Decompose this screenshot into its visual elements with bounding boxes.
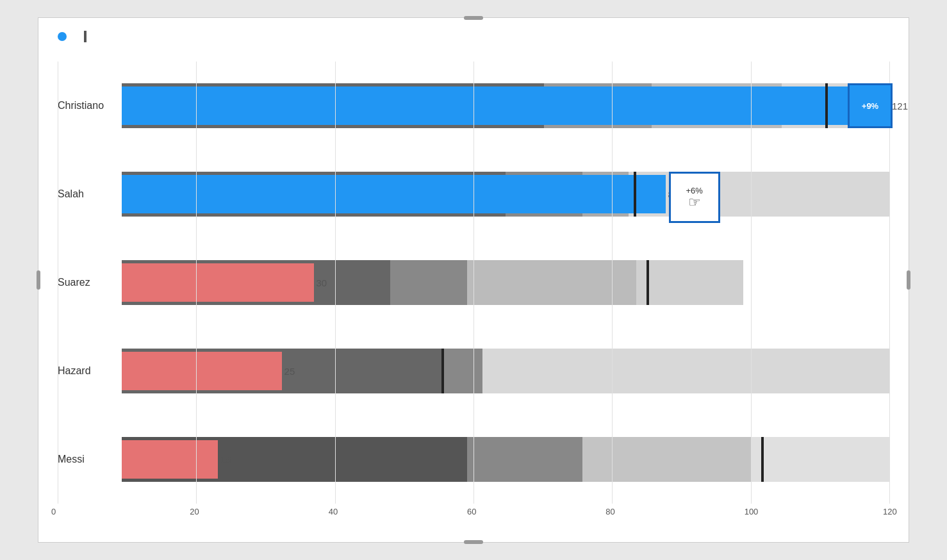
bar-value-label-hazard: 25 — [284, 366, 295, 377]
target-line-suarez — [646, 260, 649, 305]
bar-fill-salah — [122, 175, 666, 213]
axis-label-60: 60 — [467, 507, 476, 516]
resize-top-handle[interactable] — [464, 16, 483, 20]
bar-fill-suarez — [122, 263, 314, 302]
grid-line — [474, 62, 474, 504]
bar-value-label-suarez: 30 — [317, 277, 327, 288]
bar-value-label-christiano: 121 — [892, 101, 908, 111]
bar-wrapper-salah: 85+6%☞ — [122, 169, 889, 220]
axis-label-40: 40 — [329, 507, 338, 516]
target-line-salah — [634, 172, 636, 217]
bar-wrapper-suarez: 30 — [122, 257, 889, 308]
row-label-salah: Salah — [58, 188, 122, 200]
bar-value-label-messi: 15 — [220, 454, 231, 465]
bg-segment — [582, 437, 752, 482]
row-label-christiano: Christiano — [58, 100, 122, 111]
bg-segment — [482, 349, 889, 393]
goals-scored-dot — [58, 32, 67, 41]
grid-line — [196, 62, 197, 504]
highlight-box-christiano[interactable]: +9% — [848, 83, 893, 128]
resize-bottom-handle[interactable] — [464, 540, 483, 544]
resize-left-handle[interactable] — [37, 270, 40, 290]
chart-container: Christiano121+9%Salah85+6%☞Suarez30Hazar… — [38, 17, 909, 543]
axis-label-120: 120 — [883, 507, 897, 516]
bar-wrapper-christiano: 121+9% — [122, 80, 889, 131]
legend — [58, 31, 889, 42]
bg-segment — [636, 260, 744, 305]
bar-fill-messi — [122, 440, 218, 479]
grid-line — [612, 62, 613, 504]
bg-segment — [467, 437, 582, 482]
grid-line — [58, 62, 58, 504]
grid-line — [335, 62, 336, 504]
axis-labels: 020406080100120 — [58, 507, 889, 523]
rows-area: Christiano121+9%Salah85+6%☞Suarez30Hazar… — [58, 62, 889, 504]
bar-wrapper-hazard: 25 — [122, 345, 889, 397]
axis-label-0: 0 — [51, 507, 56, 516]
bar-fill-hazard — [122, 352, 282, 390]
legend-target — [84, 31, 91, 42]
chart-area: Christiano121+9%Salah85+6%☞Suarez30Hazar… — [58, 62, 889, 523]
grid-line — [751, 62, 752, 504]
legend-goals-scored — [58, 32, 71, 41]
row-label-suarez: Suarez — [58, 277, 122, 288]
target-line-messi — [761, 437, 764, 482]
target-line-christiano — [825, 83, 828, 128]
bg-segment — [390, 260, 467, 305]
highlight-box-salah[interactable]: +6%☞ — [669, 172, 720, 223]
row-label-messi: Messi — [58, 454, 122, 465]
axis-label-80: 80 — [605, 507, 614, 516]
bg-segment — [444, 349, 482, 393]
bar-wrapper-messi: 15 — [122, 434, 889, 485]
row-label-hazard: Hazard — [58, 365, 122, 377]
bar-fill-christiano — [122, 86, 889, 125]
bg-segment — [751, 437, 889, 482]
axis-label-20: 20 — [190, 507, 199, 516]
axis-label-100: 100 — [745, 507, 759, 516]
resize-right-handle[interactable] — [907, 270, 910, 290]
bg-segment — [467, 260, 636, 305]
target-line-hazard — [441, 349, 444, 393]
target-line-icon — [84, 31, 86, 42]
